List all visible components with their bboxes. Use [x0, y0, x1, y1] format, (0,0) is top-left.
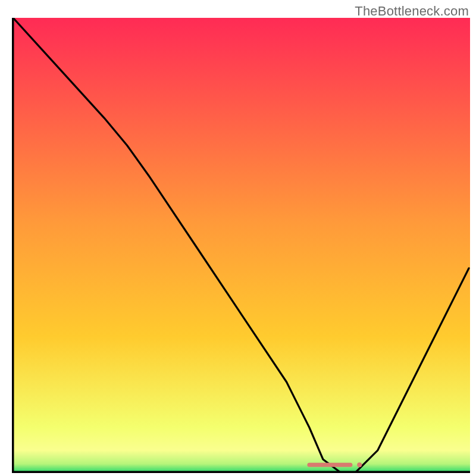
chart-container: TheBottleneck.com — [0, 0, 476, 476]
plot-area — [12, 18, 470, 473]
flat-region-endpoint-dot — [357, 462, 362, 467]
watermark-text: TheBottleneck.com — [355, 4, 469, 19]
bottleneck-chart — [12, 18, 470, 473]
